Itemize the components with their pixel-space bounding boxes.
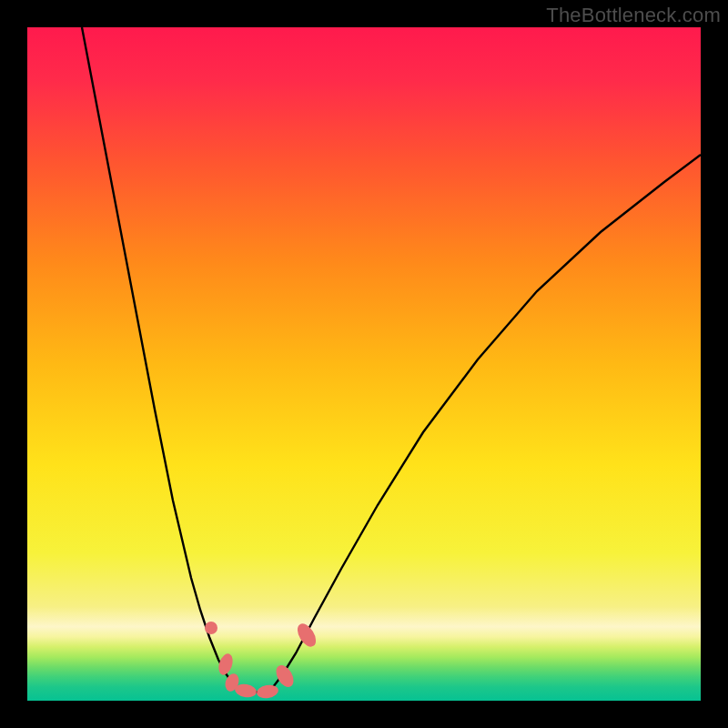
marker-left-high	[205, 622, 217, 634]
plot-area	[27, 27, 701, 701]
gradient-background	[27, 27, 701, 701]
watermark-text: TheBottleneck.com	[546, 4, 721, 27]
outer-frame: TheBottleneck.com	[0, 0, 728, 728]
chart-svg	[27, 27, 701, 701]
